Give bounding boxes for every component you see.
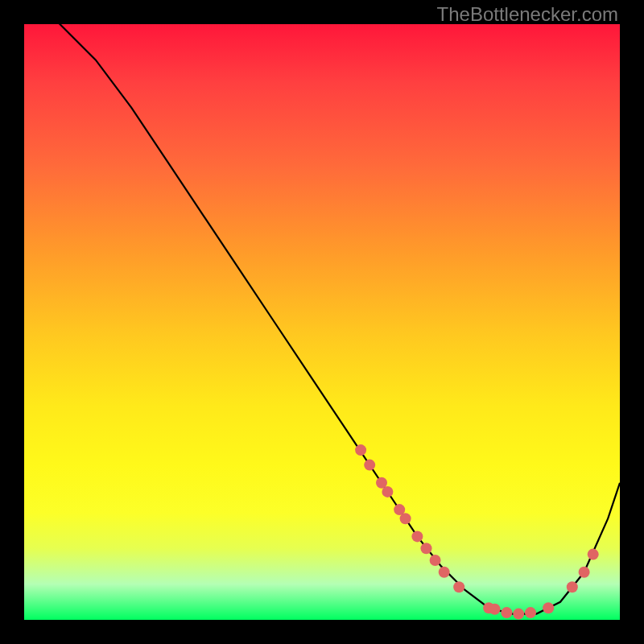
bottleneck-curve	[24, 24, 620, 614]
plot-area	[24, 24, 620, 620]
data-marker	[400, 513, 411, 524]
data-marker	[382, 486, 393, 497]
data-marker	[421, 543, 432, 554]
chart-svg	[24, 24, 620, 620]
data-marker	[525, 607, 536, 618]
data-marker	[501, 607, 512, 618]
data-marker	[411, 530, 423, 542]
data-marker	[567, 581, 578, 592]
data-marker	[364, 460, 375, 471]
data-marker	[588, 549, 599, 560]
data-marker	[439, 567, 450, 578]
chart-container: TheBottlenecker.com	[0, 0, 644, 644]
data-marker	[430, 555, 441, 566]
markers-group	[355, 444, 599, 620]
data-marker	[453, 581, 464, 592]
data-marker	[489, 604, 501, 615]
data-marker	[355, 444, 366, 456]
data-marker	[513, 609, 524, 620]
attribution-label: TheBottlenecker.com	[437, 3, 618, 26]
data-marker	[579, 567, 590, 578]
data-marker	[543, 602, 554, 613]
